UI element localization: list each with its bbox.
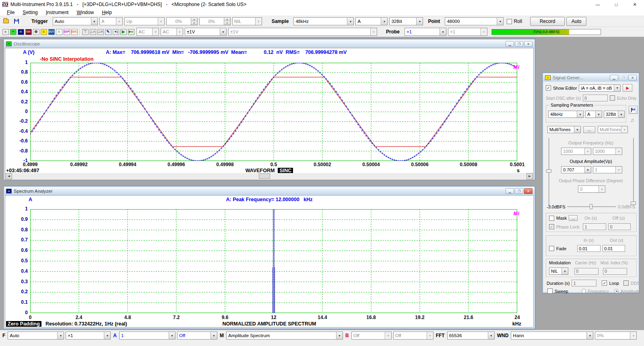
mask-on-input[interactable] (583, 223, 606, 230)
app-maximize-button[interactable]: □ (607, 0, 625, 9)
freq-zoom-dropdown[interactable]: ×1▼ (66, 332, 111, 340)
sampling-rate-dropdown[interactable]: 48kHz▼ (293, 17, 354, 25)
oscilloscope-titlebar[interactable]: Oscilloscope ▁ ❐ ✕ (4, 40, 534, 48)
routing-dropdown[interactable]: iA = oA, iB = oB▼ (579, 84, 621, 92)
fade-out-input[interactable] (603, 245, 625, 252)
trigger-source-dropdown[interactable]: A▼ (99, 17, 123, 25)
waveform-editor-button[interactable]: ... (583, 126, 595, 133)
generator-channel-dropdown[interactable]: A▼ (585, 111, 602, 118)
spectrum-restore-button[interactable]: ❐ (515, 188, 523, 194)
trigger-marker-b-icon[interactable]: ⊥B (97, 28, 104, 36)
spin-down-icon[interactable]: ▼ (224, 21, 230, 25)
run-stop-icon[interactable]: ● (2, 28, 9, 36)
sweep-checkbox[interactable] (547, 288, 553, 294)
oscilloscope-icon[interactable]: ~ (9, 28, 17, 36)
spectrum-minimize-button[interactable]: ▁ (506, 188, 514, 194)
a-gain-dropdown[interactable]: 1▼ (119, 332, 175, 340)
amplitude-a-dropdown[interactable]: 0.707▼ (561, 166, 591, 173)
open-file-icon[interactable] (2, 17, 10, 25)
sound-device-settings-icon[interactable]: ✎ (104, 28, 112, 36)
trigger-edge-dropdown[interactable]: Up▼ (124, 17, 165, 25)
generator-run-button[interactable]: ▶ (623, 84, 632, 92)
coupling-a-dropdown[interactable]: AC▼ (136, 28, 159, 36)
trigger-level-stepper[interactable]: 0%▲▼ (166, 17, 198, 25)
generator-close-button[interactable]: ✕ (628, 75, 637, 80)
b-ref-dropdown[interactable]: Off▼ (393, 332, 433, 340)
echo-only-checkbox[interactable] (610, 95, 615, 101)
record-button[interactable]: Record (530, 17, 565, 26)
frequency-a-dropdown[interactable]: 1000▼ (561, 148, 591, 155)
app-minimize-button[interactable]: — (588, 0, 607, 9)
trigger-marker-a-icon[interactable]: ⊥A (89, 28, 97, 36)
sampling-bits-dropdown[interactable]: 32Bit▼ (389, 17, 423, 25)
spin-up-icon[interactable]: ▲ (191, 18, 197, 21)
auto-button[interactable]: Auto (566, 17, 586, 26)
generator-minimize-button[interactable]: ▁ (610, 75, 618, 80)
range-b-dropdown[interactable]: ±1V▼ (228, 28, 377, 36)
signal-generator-titlebar[interactable]: Signal Gener... ▁ ❐ ✕ (543, 74, 638, 82)
sweep-frequency-radio[interactable] (582, 289, 586, 293)
spectrum-analyzer-icon[interactable]: ılı (17, 28, 25, 36)
hold-run-icon[interactable]: ⊤ (81, 28, 89, 36)
scroll-left-icon[interactable] (6, 173, 12, 179)
fade-checkbox[interactable] (549, 246, 554, 251)
scroll-right-icon[interactable] (526, 173, 533, 179)
oscilloscope-close-button[interactable]: ✕ (524, 41, 533, 47)
a-ref-dropdown[interactable]: Off▼ (177, 332, 217, 340)
range-a-dropdown[interactable]: ±1V▼ (185, 28, 227, 36)
overlap-dropdown[interactable]: 0%▼ (595, 332, 637, 340)
record-length-dropdown[interactable]: 48000▼ (445, 17, 504, 25)
multimeter-icon[interactable]: 888 (25, 28, 32, 36)
speaker-icon[interactable]: ◄) (112, 28, 120, 36)
run-loop-icon[interactable]: ▶o (127, 28, 135, 36)
probe-a-dropdown[interactable]: ×1▼ (405, 28, 446, 36)
spectrum-titlebar[interactable]: Spectrum Analyzer ▁ ❐ ✕ (4, 187, 534, 195)
dds-checkbox[interactable] (623, 280, 629, 286)
analysis-mode-dropdown[interactable]: Amplitude Spectrum▼ (226, 332, 343, 340)
app-close-button[interactable]: ✕ (625, 0, 644, 9)
sampling-channels-dropdown[interactable]: A▼ (355, 17, 388, 25)
ddp-viewer-icon[interactable]: DDP (63, 28, 70, 36)
trigger-hpf-dropdown[interactable]: NIL▼ (232, 17, 262, 25)
sweep-amplitude-radio[interactable] (614, 289, 619, 293)
mask-checkbox[interactable] (549, 216, 554, 221)
menu-item-file[interactable]: File (3, 9, 18, 16)
coupling-b-dropdown[interactable]: AC▼ (161, 28, 183, 36)
save-file-icon[interactable] (12, 17, 21, 25)
spectrum-plot[interactable] (30, 209, 517, 313)
waveform-b-dropdown[interactable]: MultiTones▼ (598, 126, 628, 133)
oscilloscope-minimize-button[interactable]: ▁ (506, 41, 514, 47)
score-notes-icon[interactable]: ♫ (630, 117, 634, 123)
carrier-input[interactable] (574, 268, 599, 275)
amplitude-slider-a[interactable] (546, 138, 552, 206)
roll-checkbox-box[interactable] (507, 19, 512, 24)
modulation-dropdown[interactable]: NIL▼ (549, 268, 568, 275)
amplitude-b-dropdown[interactable]: 1▼ (593, 166, 622, 173)
phase-lock-checkbox[interactable] (549, 224, 554, 229)
scroll-track[interactable] (12, 173, 526, 179)
generator-maximize-button[interactable]: ❐ (619, 75, 627, 80)
waveform-a-dropdown[interactable]: MultiTones▼ (547, 126, 581, 133)
derived-data-icon[interactable]: ≈ (55, 28, 63, 36)
menu-item-instrument[interactable]: Instrument (42, 9, 72, 16)
generator-rate-dropdown[interactable]: 48kHz▼ (548, 111, 584, 118)
oscilloscope-restore-button[interactable]: ❐ (515, 41, 523, 47)
menu-item-window[interactable]: Window (73, 9, 97, 16)
window-function-dropdown[interactable]: Hann▼ (511, 332, 593, 340)
run-icon[interactable]: ▶ (120, 28, 127, 36)
loop-checkbox[interactable] (602, 280, 607, 286)
scope-scrollbar[interactable] (6, 173, 533, 179)
mod-index-input[interactable] (603, 268, 627, 275)
frequency-b-dropdown[interactable]: 1000▼ (593, 148, 622, 155)
spin-up-icon[interactable]: ▲ (224, 18, 230, 21)
b-gain-dropdown[interactable]: Off▼ (351, 332, 392, 340)
phase-dropdown[interactable]: 0▼ (578, 185, 605, 193)
spin-down-icon[interactable]: ▼ (191, 21, 197, 25)
scroll-thumb[interactable] (259, 173, 270, 179)
gauge-meter-icon[interactable]: ⊚ (32, 28, 40, 36)
probe-b-dropdown[interactable]: ×1▼ (448, 28, 487, 36)
duration-input[interactable] (572, 280, 597, 286)
show-editor-checkbox[interactable] (546, 85, 551, 91)
menu-item-help[interactable]: Help (98, 9, 116, 16)
sinc-badge[interactable]: SINC (278, 168, 293, 173)
